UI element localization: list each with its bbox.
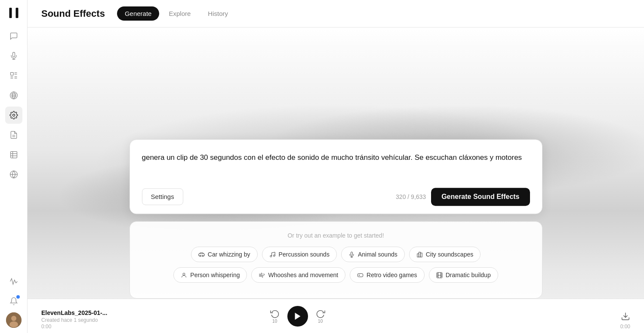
- svg-rect-22: [357, 273, 363, 277]
- main-content: Sound Effects Generate Explore History g…: [28, 0, 644, 333]
- play-button[interactable]: [287, 306, 308, 327]
- svg-rect-19: [419, 252, 420, 257]
- gamepad-icon: [357, 272, 364, 278]
- download-button[interactable]: [621, 312, 630, 321]
- svg-point-12: [9, 321, 18, 327]
- time-end: 0:00: [620, 324, 630, 330]
- prompt-footer: Settings 320 / 9,633 Generate Sound Effe…: [142, 188, 530, 206]
- generate-button[interactable]: Generate Sound Effects: [431, 188, 530, 206]
- film-icon: [436, 272, 443, 278]
- sidebar-item-settings[interactable]: [5, 107, 22, 124]
- sidebar-item-notifications[interactable]: [5, 293, 22, 310]
- settings-button[interactable]: Settings: [142, 188, 183, 205]
- skip-back-icon: [270, 309, 280, 318]
- player-subtitle: Created hace 1 segundo: [41, 317, 119, 323]
- building-icon: [416, 251, 423, 258]
- sidebar-item-documents[interactable]: [5, 126, 22, 144]
- examples-hint: Or try out an example to get started!: [142, 232, 530, 239]
- examples-row-1: Car whizzing by Percussion sounds Animal…: [142, 247, 530, 262]
- sidebar-item-voice[interactable]: [5, 47, 22, 64]
- chip-whooshes[interactable]: Whooshes and movement: [251, 267, 345, 283]
- chip-animal[interactable]: Animal sounds: [341, 247, 405, 262]
- skip-back-label: 10: [272, 319, 277, 324]
- skip-back-button[interactable]: 10: [270, 309, 280, 324]
- svg-rect-2: [10, 73, 13, 76]
- svg-rect-18: [417, 254, 419, 257]
- nav-tabs: Generate Explore History: [117, 6, 236, 21]
- player-info: ElevenLabs_2025-01-... Created hace 1 se…: [41, 309, 119, 323]
- user-avatar[interactable]: [6, 312, 22, 328]
- header: Sound Effects Generate Explore History: [28, 0, 644, 27]
- skip-forward-button[interactable]: 10: [316, 309, 325, 324]
- car-icon: [198, 251, 205, 258]
- svg-marker-24: [295, 312, 300, 320]
- sidebar-item-translate[interactable]: [5, 87, 22, 104]
- sidebar-item-waveform[interactable]: [5, 273, 22, 290]
- svg-point-4: [12, 114, 15, 116]
- tab-history[interactable]: History: [200, 6, 236, 21]
- svg-point-16: [270, 255, 271, 257]
- sidebar-item-table[interactable]: [5, 146, 22, 163]
- skip-forward-icon: [316, 309, 325, 318]
- person-icon: [181, 272, 187, 278]
- play-icon: [293, 312, 302, 321]
- char-count: 320 / 9,633: [396, 193, 426, 200]
- player-controls: 10 10: [270, 306, 325, 327]
- svg-rect-13: [198, 254, 204, 256]
- svg-point-11: [11, 316, 16, 321]
- chip-percussion[interactable]: Percussion sounds: [262, 247, 337, 262]
- wind-icon: [259, 272, 265, 278]
- content-area: genera un clip de 30 segundos con el efe…: [28, 27, 644, 333]
- sidebar-item-dubbing[interactable]: [5, 67, 22, 84]
- sidebar-item-globe[interactable]: [5, 166, 22, 183]
- chip-dramatic[interactable]: Dramatic buildup: [429, 267, 498, 283]
- chip-car-whizzing[interactable]: Car whizzing by: [191, 247, 258, 262]
- skip-forward-label: 10: [318, 319, 323, 324]
- examples-row-2: Person whispering Whooshes and movement …: [142, 267, 530, 283]
- svg-rect-0: [9, 8, 12, 18]
- tab-explore[interactable]: Explore: [161, 6, 198, 21]
- svg-rect-20: [420, 253, 422, 257]
- svg-rect-7: [10, 152, 17, 158]
- chip-whispering[interactable]: Person whispering: [173, 267, 247, 283]
- player-bar: ElevenLabs_2025-01-... Created hace 1 se…: [28, 299, 644, 333]
- time-start: 0:00: [41, 324, 51, 330]
- sidebar-item-chat[interactable]: [5, 27, 22, 45]
- pause-icon[interactable]: [6, 5, 22, 21]
- page-title: Sound Effects: [41, 8, 105, 19]
- player-filename: ElevenLabs_2025-01-...: [41, 309, 119, 316]
- examples-card: Or try out an example to get started! Ca…: [129, 221, 542, 299]
- mic-icon: [348, 251, 355, 258]
- prompt-card: genera un clip de 30 segundos con el efe…: [129, 139, 542, 214]
- chip-city[interactable]: City soundscapes: [409, 247, 481, 262]
- music-icon: [269, 251, 276, 258]
- sidebar: [0, 0, 28, 333]
- svg-rect-1: [15, 8, 18, 18]
- svg-point-21: [183, 273, 185, 275]
- svg-point-17: [273, 255, 275, 257]
- notification-dot: [16, 295, 20, 299]
- download-icon: [621, 312, 630, 321]
- chip-retro-games[interactable]: Retro video games: [350, 267, 425, 283]
- prompt-text[interactable]: genera un clip de 30 segundos con el efe…: [142, 152, 530, 177]
- tab-generate[interactable]: Generate: [117, 6, 160, 21]
